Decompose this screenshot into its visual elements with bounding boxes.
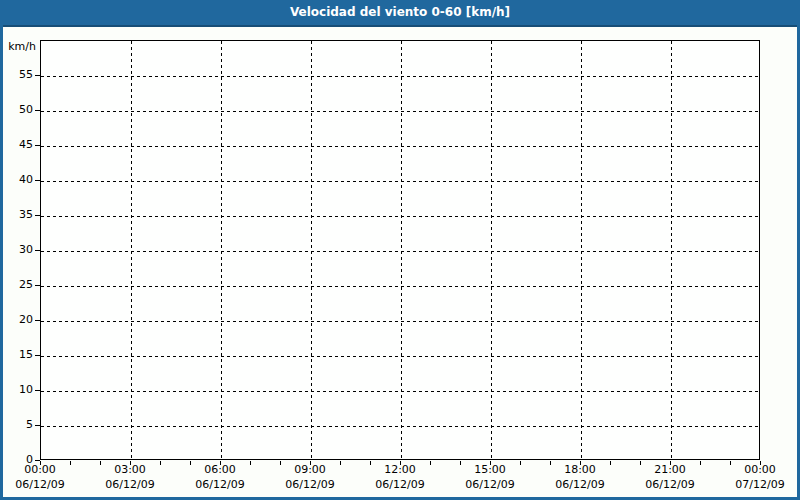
x-tick-label: 06:0006/12/09 bbox=[175, 462, 265, 492]
y-tick-label: 30 bbox=[2, 243, 33, 257]
x-tick-time: 21:00 bbox=[625, 462, 715, 477]
x-tick-date: 06/12/09 bbox=[535, 477, 625, 492]
y-tick-mark bbox=[35, 425, 40, 426]
y-tick-mark bbox=[35, 180, 40, 181]
x-tick-label: 15:0006/12/09 bbox=[445, 462, 535, 492]
x-tick-label: 00:0006/12/09 bbox=[0, 462, 85, 492]
y-tick-label: 15 bbox=[2, 348, 33, 362]
x-tick-date: 06/12/09 bbox=[85, 477, 175, 492]
x-tick-date: 06/12/09 bbox=[0, 477, 85, 492]
y-tick-label: 35 bbox=[2, 208, 33, 222]
x-tick-date: 06/12/09 bbox=[625, 477, 715, 492]
x-tick-time: 00:00 bbox=[0, 462, 85, 477]
y-axis-unit-label: km/h bbox=[2, 40, 36, 53]
y-gridline bbox=[41, 356, 759, 357]
x-tick-label: 00:0007/12/09 bbox=[715, 462, 800, 492]
y-gridline bbox=[41, 251, 759, 252]
x-tick-time: 15:00 bbox=[445, 462, 535, 477]
y-gridline bbox=[41, 286, 759, 287]
x-tick-date: 06/12/09 bbox=[265, 477, 355, 492]
y-tick-mark bbox=[35, 390, 40, 391]
x-tick-time: 03:00 bbox=[85, 462, 175, 477]
x-gridline bbox=[491, 41, 492, 459]
x-gridline bbox=[221, 41, 222, 459]
x-tick-date: 06/12/09 bbox=[355, 477, 445, 492]
x-gridline bbox=[311, 41, 312, 459]
y-tick-mark bbox=[35, 215, 40, 216]
y-gridline bbox=[41, 216, 759, 217]
x-tick-time: 18:00 bbox=[535, 462, 625, 477]
chart-title: Velocidad del viento 0-60 [km/h] bbox=[0, 0, 800, 27]
y-tick-label: 45 bbox=[2, 138, 33, 152]
y-gridline bbox=[41, 76, 759, 77]
x-gridline bbox=[131, 41, 132, 459]
y-tick-mark bbox=[35, 250, 40, 251]
x-gridline bbox=[671, 41, 672, 459]
x-tick-date: 06/12/09 bbox=[175, 477, 265, 492]
y-tick-label: 20 bbox=[2, 313, 33, 327]
y-tick-label: 10 bbox=[2, 383, 33, 397]
x-tick-time: 06:00 bbox=[175, 462, 265, 477]
x-tick-label: 18:0006/12/09 bbox=[535, 462, 625, 492]
y-tick-label: 50 bbox=[2, 103, 33, 117]
y-gridline bbox=[41, 111, 759, 112]
y-tick-mark bbox=[35, 110, 40, 111]
y-gridline bbox=[41, 321, 759, 322]
x-tick-label: 21:0006/12/09 bbox=[625, 462, 715, 492]
y-tick-label: 25 bbox=[2, 278, 33, 292]
x-tick-label: 03:0006/12/09 bbox=[85, 462, 175, 492]
x-tick-date: 07/12/09 bbox=[715, 477, 800, 492]
y-tick-label: 40 bbox=[2, 173, 33, 187]
x-tick-label: 12:0006/12/09 bbox=[355, 462, 445, 492]
y-gridline bbox=[41, 426, 759, 427]
y-tick-mark bbox=[35, 320, 40, 321]
x-tick-time: 09:00 bbox=[265, 462, 355, 477]
x-tick-date: 06/12/09 bbox=[445, 477, 535, 492]
y-tick-mark bbox=[35, 355, 40, 356]
x-tick-time: 12:00 bbox=[355, 462, 445, 477]
x-gridline bbox=[401, 41, 402, 459]
plot-area bbox=[40, 40, 760, 460]
y-tick-label: 55 bbox=[2, 68, 33, 82]
chart-panel: Velocidad del viento 0-60 [km/h] km/h 05… bbox=[0, 0, 800, 500]
x-tick-time: 00:00 bbox=[715, 462, 800, 477]
y-gridline bbox=[41, 391, 759, 392]
y-tick-mark bbox=[35, 285, 40, 286]
y-tick-mark bbox=[35, 145, 40, 146]
x-gridline bbox=[581, 41, 582, 459]
y-gridline bbox=[41, 146, 759, 147]
y-tick-label: 5 bbox=[2, 418, 33, 432]
x-tick-label: 09:0006/12/09 bbox=[265, 462, 355, 492]
y-gridline bbox=[41, 181, 759, 182]
y-tick-mark bbox=[35, 75, 40, 76]
